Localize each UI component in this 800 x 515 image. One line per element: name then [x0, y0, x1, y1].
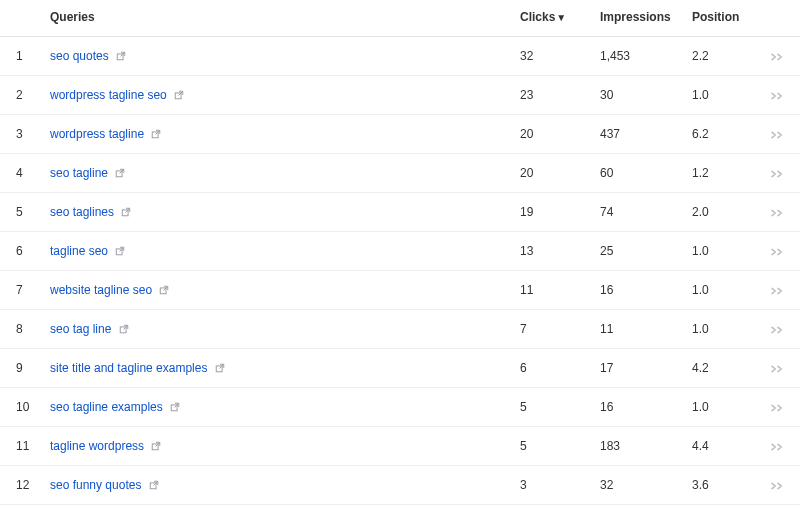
- query-link[interactable]: website tagline seo: [50, 283, 152, 297]
- header-position[interactable]: Position: [684, 0, 756, 37]
- expand-button[interactable]: [756, 310, 800, 349]
- position-cell: 6.2: [684, 115, 756, 154]
- query-cell: seo funny quotes: [42, 466, 512, 505]
- expand-button[interactable]: [756, 427, 800, 466]
- expand-button[interactable]: [756, 76, 800, 115]
- query-cell: site title and tagline examples: [42, 349, 512, 388]
- query-link[interactable]: seo taglines: [50, 205, 114, 219]
- expand-button[interactable]: [756, 115, 800, 154]
- expand-button[interactable]: [756, 154, 800, 193]
- clicks-cell: 32: [512, 37, 592, 76]
- header-clicks-label: Clicks: [520, 10, 555, 24]
- expand-button[interactable]: [756, 37, 800, 76]
- header-queries[interactable]: Queries: [42, 0, 512, 37]
- row-number: 3: [0, 115, 42, 154]
- table-row: 5 seo taglines 19 74 2.0: [0, 193, 800, 232]
- external-link-icon[interactable]: [174, 90, 184, 100]
- clicks-cell: 23: [512, 76, 592, 115]
- expand-button[interactable]: [756, 232, 800, 271]
- query-cell: tagline wordpress: [42, 427, 512, 466]
- external-link-icon[interactable]: [151, 129, 161, 139]
- query-cell: seo tagline examples: [42, 388, 512, 427]
- row-number: 9: [0, 349, 42, 388]
- query-link[interactable]: tagline seo: [50, 244, 108, 258]
- header-expand: [756, 0, 800, 37]
- table-row: 12 seo funny quotes 3 32 3.6: [0, 466, 800, 505]
- row-number: 4: [0, 154, 42, 193]
- query-link[interactable]: wordpress tagline seo: [50, 88, 167, 102]
- expand-button[interactable]: [756, 388, 800, 427]
- query-cell: quotes about seo: [42, 505, 512, 516]
- row-number: 2: [0, 76, 42, 115]
- position-cell: 2.2: [684, 37, 756, 76]
- table-row: 7 website tagline seo 11 16 1.0: [0, 271, 800, 310]
- header-impressions[interactable]: Impressions: [592, 0, 684, 37]
- clicks-cell: 3: [512, 505, 592, 516]
- table-row: 4 seo tagline 20 60 1.2: [0, 154, 800, 193]
- position-cell: 2.0: [684, 193, 756, 232]
- query-link[interactable]: seo tag line: [50, 322, 111, 336]
- impressions-cell: 183: [592, 427, 684, 466]
- expand-button[interactable]: [756, 193, 800, 232]
- table-row: 11 tagline wordpress 5 183 4.4: [0, 427, 800, 466]
- position-cell: 4.7: [684, 505, 756, 516]
- header-clicks[interactable]: Clicks▼: [512, 0, 592, 37]
- query-link[interactable]: wordpress tagline: [50, 127, 144, 141]
- query-link[interactable]: seo tagline: [50, 166, 108, 180]
- external-link-icon[interactable]: [115, 168, 125, 178]
- query-link[interactable]: seo tagline examples: [50, 400, 163, 414]
- external-link-icon[interactable]: [159, 285, 169, 295]
- impressions-cell: 32: [592, 466, 684, 505]
- external-link-icon[interactable]: [116, 51, 126, 61]
- clicks-cell: 19: [512, 193, 592, 232]
- position-cell: 1.0: [684, 388, 756, 427]
- row-number: 8: [0, 310, 42, 349]
- row-number: 12: [0, 466, 42, 505]
- header-num: [0, 0, 42, 37]
- external-link-icon[interactable]: [149, 480, 159, 490]
- clicks-cell: 5: [512, 388, 592, 427]
- clicks-cell: 11: [512, 271, 592, 310]
- clicks-cell: 6: [512, 349, 592, 388]
- query-link[interactable]: seo funny quotes: [50, 478, 141, 492]
- position-cell: 1.0: [684, 232, 756, 271]
- expand-button[interactable]: [756, 466, 800, 505]
- query-cell: seo taglines: [42, 193, 512, 232]
- header-row: Queries Clicks▼ Impressions Position: [0, 0, 800, 37]
- row-number: 1: [0, 37, 42, 76]
- query-link[interactable]: tagline wordpress: [50, 439, 144, 453]
- table-row: 8 seo tag line 7 11 1.0: [0, 310, 800, 349]
- expand-button[interactable]: [756, 505, 800, 516]
- query-link[interactable]: site title and tagline examples: [50, 361, 207, 375]
- row-number: 6: [0, 232, 42, 271]
- position-cell: 4.4: [684, 427, 756, 466]
- query-cell: seo tag line: [42, 310, 512, 349]
- table-row: 9 site title and tagline examples 6 17 4…: [0, 349, 800, 388]
- impressions-cell: 16: [592, 388, 684, 427]
- impressions-cell: 25: [592, 232, 684, 271]
- impressions-cell: 11: [592, 310, 684, 349]
- row-number: 5: [0, 193, 42, 232]
- row-number: 10: [0, 388, 42, 427]
- clicks-cell: 3: [512, 466, 592, 505]
- query-link[interactable]: seo quotes: [50, 49, 109, 63]
- row-number: 7: [0, 271, 42, 310]
- query-cell: wordpress tagline seo: [42, 76, 512, 115]
- external-link-icon[interactable]: [170, 402, 180, 412]
- table-row: 10 seo tagline examples 5 16 1.0: [0, 388, 800, 427]
- external-link-icon[interactable]: [121, 207, 131, 217]
- external-link-icon[interactable]: [151, 441, 161, 451]
- query-cell: tagline seo: [42, 232, 512, 271]
- table-row: 1 seo quotes 32 1,453 2.2: [0, 37, 800, 76]
- external-link-icon[interactable]: [215, 363, 225, 373]
- impressions-cell: 17: [592, 349, 684, 388]
- query-cell: website tagline seo: [42, 271, 512, 310]
- expand-button[interactable]: [756, 349, 800, 388]
- sort-desc-icon: ▼: [556, 12, 566, 23]
- table-row: 3 wordpress tagline 20 437 6.2: [0, 115, 800, 154]
- external-link-icon[interactable]: [115, 246, 125, 256]
- table-row: 2 wordpress tagline seo 23 30 1.0: [0, 76, 800, 115]
- expand-button[interactable]: [756, 271, 800, 310]
- external-link-icon[interactable]: [119, 324, 129, 334]
- impressions-cell: 437: [592, 115, 684, 154]
